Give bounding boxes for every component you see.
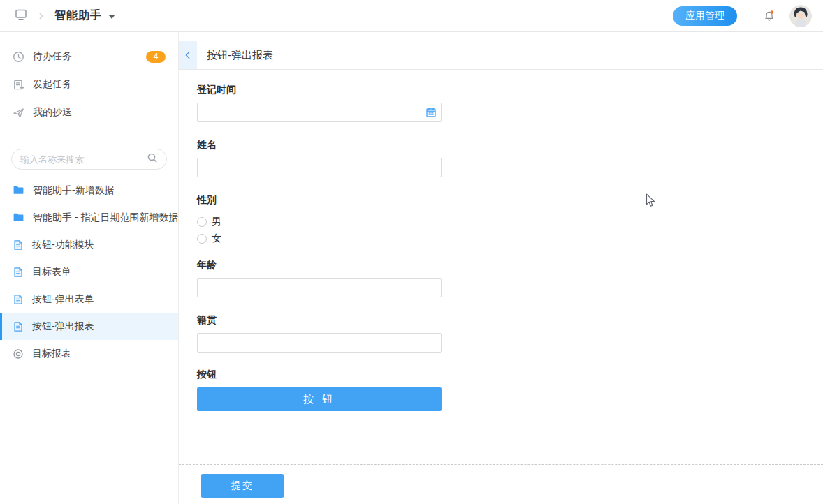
field-hometown: 籍贯: [197, 314, 442, 353]
global-header: 智能助手 应用管理: [0, 0, 823, 32]
tree-item-folder-date-range[interactable]: 智能助手 - 指定日期范围新增数据: [0, 204, 178, 231]
sidebar-item-initiate-task[interactable]: 发起任务: [0, 71, 178, 98]
register-time-input[interactable]: [198, 103, 421, 121]
header-divider: [750, 10, 750, 22]
radio-icon: [197, 217, 207, 227]
sidebar-item-my-cc[interactable]: 我的抄送: [0, 98, 178, 126]
sidebar-item-label: 我的抄送: [33, 106, 72, 119]
date-picker-button[interactable]: [421, 103, 441, 121]
document-icon: [13, 267, 24, 278]
gender-radio-group: 男 女: [197, 214, 442, 247]
radio-icon: [197, 234, 207, 244]
field-label: 登记时间: [197, 84, 442, 96]
chevron-left-icon: [183, 50, 193, 60]
date-input-group: [197, 103, 442, 122]
chevron-right-icon: [36, 11, 46, 21]
main-panel: 按钮-弹出报表 登记时间 姓名: [179, 32, 823, 504]
tree-item-label: 按钮-弹出报表: [32, 320, 94, 333]
sidebar-search: [11, 149, 167, 170]
target-icon: [13, 348, 24, 360]
sidebar: 待办任务 4 发起任务 我的抄送: [0, 32, 179, 504]
document-icon: [13, 239, 24, 251]
sidebar-item-todo-tasks[interactable]: 待办任务 4: [0, 43, 178, 71]
field-register-time: 登记时间: [197, 84, 442, 122]
sidebar-divider: [11, 140, 167, 140]
sidebar-tree: 智能助手-新增数据 智能助手 - 指定日期范围新增数据 按钮-功能模块 目标表单: [0, 177, 178, 367]
tree-item-label: 智能助手 - 指定日期范围新增数据: [33, 212, 178, 224]
tree-item-label: 按钮-弹出表单: [32, 293, 94, 306]
tree-item-label: 按钮-功能模块: [32, 239, 94, 251]
field-name: 姓名: [197, 139, 442, 177]
document-icon: [13, 321, 24, 332]
form-action-button[interactable]: 按 钮: [197, 387, 442, 411]
tree-item-folder-new-data[interactable]: 智能助手-新增数据: [0, 177, 178, 204]
doc-add-icon: [13, 79, 24, 91]
search-input[interactable]: [20, 154, 147, 165]
page-header: 按钮-弹出报表: [179, 32, 823, 70]
page-title: 按钮-弹出报表: [207, 41, 273, 69]
monitor-icon[interactable]: [14, 8, 28, 24]
hometown-input[interactable]: [197, 333, 442, 353]
field-label: 年龄: [197, 259, 442, 272]
sidebar-item-label: 待办任务: [33, 50, 72, 63]
todo-count-badge: 4: [146, 51, 166, 63]
tree-item-target-report[interactable]: 目标报表: [0, 340, 178, 367]
user-avatar[interactable]: [789, 5, 812, 27]
app-switcher[interactable]: 智能助手: [54, 8, 102, 23]
search-icon[interactable]: [147, 152, 158, 166]
field-label: 性别: [197, 194, 442, 207]
tree-item-label: 目标表单: [32, 266, 71, 279]
name-input[interactable]: [197, 158, 442, 177]
sidebar-item-label: 发起任务: [33, 78, 72, 91]
submit-button[interactable]: 提交: [201, 474, 284, 498]
folder-icon: [13, 212, 24, 223]
chevron-down-icon[interactable]: [108, 15, 115, 19]
field-label: 姓名: [197, 139, 442, 151]
breadcrumb: 智能助手: [14, 8, 115, 24]
notification-bell-icon[interactable]: [763, 10, 775, 22]
radio-option-female[interactable]: 女: [197, 230, 442, 247]
radio-label: 女: [212, 232, 221, 245]
age-input[interactable]: [197, 278, 442, 297]
back-button[interactable]: [179, 41, 197, 69]
form-footer: 提交: [179, 464, 823, 504]
field-label: 按钮: [197, 369, 442, 381]
tree-item-label: 智能助手-新增数据: [33, 184, 115, 197]
tree-item-label: 目标报表: [32, 348, 71, 360]
send-icon: [13, 107, 24, 119]
folder-icon: [13, 184, 24, 196]
field-button: 按钮 按 钮: [197, 369, 442, 411]
tree-item-button-popup-form[interactable]: 按钮-弹出表单: [0, 286, 178, 313]
calendar-icon: [425, 107, 437, 118]
radio-option-male[interactable]: 男: [197, 214, 442, 230]
field-gender: 性别 男 女: [197, 194, 442, 247]
tree-item-target-form[interactable]: 目标表单: [0, 258, 178, 286]
clock-icon: [13, 51, 24, 63]
tree-item-button-module[interactable]: 按钮-功能模块: [0, 231, 178, 258]
app-manage-button[interactable]: 应用管理: [673, 6, 737, 26]
document-icon: [13, 294, 24, 305]
form-area: 登记时间 姓名 性别: [179, 70, 823, 464]
radio-label: 男: [212, 216, 221, 228]
field-label: 籍贯: [197, 314, 442, 327]
tree-item-button-popup-report[interactable]: 按钮-弹出报表: [0, 313, 178, 340]
field-age: 年龄: [197, 259, 442, 297]
